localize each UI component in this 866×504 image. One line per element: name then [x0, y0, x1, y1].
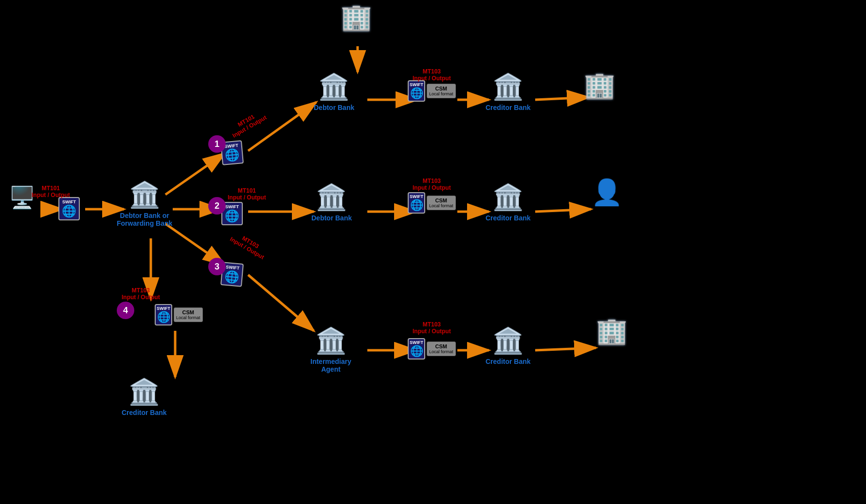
intermediary-agent-label: IntermediaryAgent: [310, 358, 351, 373]
creditor-bank-bot-right: 🏛️ Creditor Bank: [486, 326, 531, 365]
bank-icon-creditor-top: 🏛️: [492, 72, 524, 102]
diagram: 🏢 🏛️ Debtor Bank SWIFT 🌐 CSM Local forma…: [0, 0, 866, 504]
building-icon-tr: 🏢: [584, 71, 615, 100]
mt101-2-label: MT101 Input / Output: [228, 187, 266, 201]
bank-icon-forwarding: 🏛️: [129, 180, 161, 210]
svg-line-5: [165, 153, 225, 195]
swift-csm-bot-left: SWIFT 🌐 CSM Local format: [155, 304, 203, 325]
csm-box-top: CSM Local format: [427, 84, 456, 98]
circle-1: 1: [208, 135, 226, 153]
forwarding-bank-label: Debtor Bank orForwarding Bank: [117, 212, 172, 227]
creditor-bank-mid: 🏛️ Creditor Bank: [486, 182, 531, 222]
bank-icon-debtor-mid: 🏛️: [316, 182, 347, 212]
bank-icon-creditor-bot-right: 🏛️: [492, 326, 524, 356]
creditor-bank-bot-left-label: Creditor Bank: [122, 409, 167, 416]
building-icon-br: 🏢: [596, 316, 628, 346]
swift-csm-bot-right: SWIFT 🌐 CSM Local format: [408, 338, 456, 360]
mt103-mid-label: MT103 Input / Output: [413, 178, 451, 191]
csm-box-bot-left: CSM Local format: [174, 307, 203, 322]
creditor-bank-mid-label: Creditor Bank: [486, 214, 531, 222]
creditor-bank-top-label: Creditor Bank: [486, 104, 531, 111]
intermediary-agent: 🏛️ IntermediaryAgent: [310, 326, 351, 373]
top-building: 🏢: [341, 2, 372, 32]
person-right: 👤: [591, 178, 623, 207]
swift-icon-mid: SWIFT 🌐: [408, 192, 425, 214]
creditor-bank-bot-right-label: Creditor Bank: [486, 358, 531, 365]
mt103-top-label: MT103 Input / Output: [413, 68, 451, 82]
svg-line-15: [535, 209, 591, 212]
swift-icon-bot-right: SWIFT 🌐: [408, 338, 425, 360]
mt101-left-label: MT101 Input / Output: [32, 185, 70, 198]
csm-box-mid: CSM Local format: [427, 196, 456, 210]
mt101-1-label: MT101 Input / Output: [228, 108, 268, 139]
mt103-3-label: MT103 Input / Output: [229, 230, 269, 261]
mt103-4-label: MT103 Input / Output: [122, 287, 160, 301]
debtor-bank-top-label: Debtor Bank: [314, 104, 354, 111]
swift-csm-top: SWIFT 🌐 CSM Local format: [408, 80, 456, 102]
swift-box-left: SWIFT 🌐: [58, 197, 80, 220]
debtor-bank-mid: 🏛️ Debtor Bank: [311, 182, 352, 222]
circle-3: 3: [208, 258, 226, 275]
swift-icon-top: SWIFT 🌐: [408, 80, 425, 102]
bank-icon-creditor-mid: 🏛️: [492, 182, 524, 212]
svg-line-18: [248, 275, 314, 331]
csm-box-bot-right: CSM Local format: [427, 342, 456, 356]
creditor-bank-bot-left: 🏛️ Creditor Bank: [122, 377, 167, 416]
debtor-bank-mid-label: Debtor Bank: [311, 214, 352, 222]
svg-line-21: [535, 348, 596, 350]
building-icon-top: 🏢: [341, 2, 372, 32]
bank-icon-debtor-top: 🏛️: [318, 72, 350, 102]
circle-4: 4: [117, 302, 134, 319]
swift-csm-mid: SWIFT 🌐 CSM Local format: [408, 192, 456, 214]
person-icon: 👤: [591, 178, 623, 207]
creditor-bank-top: 🏛️ Creditor Bank: [486, 72, 531, 111]
svg-line-11: [535, 97, 589, 100]
swift-icon-bot-left: SWIFT 🌐: [155, 304, 172, 325]
bank-icon-creditor-bot-left: 🏛️: [128, 377, 160, 407]
forwarding-bank: 🏛️ Debtor Bank orForwarding Bank: [117, 180, 172, 227]
circle-2: 2: [208, 197, 226, 215]
building-top-right: 🏢: [584, 71, 615, 100]
building-bot-right: 🏢: [596, 316, 628, 346]
bank-icon-intermediary: 🏛️: [315, 326, 347, 356]
debtor-bank-top: 🏛️ Debtor Bank: [314, 72, 354, 111]
mt103-bot-label: MT103 Input / Output: [413, 321, 451, 335]
